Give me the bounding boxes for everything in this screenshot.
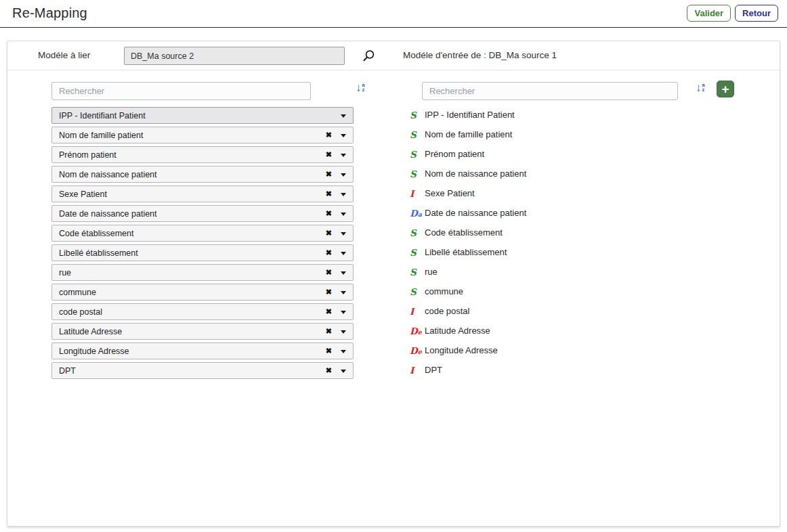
caret-down-icon[interactable] bbox=[341, 193, 346, 196]
mapped-field-select[interactable]: Latitude Adresse✖ bbox=[51, 323, 354, 340]
mapped-field-label: DPT bbox=[59, 366, 326, 376]
sort-letters: a z bbox=[362, 83, 365, 92]
clear-icon[interactable]: ✖ bbox=[326, 171, 332, 178]
caret-down-icon[interactable] bbox=[341, 114, 346, 118]
clear-icon[interactable]: ✖ bbox=[326, 131, 332, 139]
caret-down-icon[interactable] bbox=[341, 134, 346, 137]
remapping-panel: Modéle à lier Modéle d'entrée de : DB_Ma… bbox=[7, 41, 780, 527]
source-field-item[interactable]: SNom de naissance patient bbox=[410, 165, 762, 182]
source-fields-list: SIPP - Identifiant PatientSNom de famill… bbox=[410, 106, 762, 381]
mapping-body: ↓ a z ↓ a z + IPP - Identifiant PatientN… bbox=[7, 70, 780, 527]
source-field-item[interactable]: SNom de famille patient bbox=[410, 126, 762, 143]
caret-down-icon[interactable] bbox=[341, 252, 346, 255]
magnifier-icon[interactable] bbox=[361, 49, 376, 64]
clear-icon[interactable]: ✖ bbox=[326, 249, 332, 257]
source-field-label: Prénom patient bbox=[425, 149, 484, 159]
mapped-field-select[interactable]: Longitude Adresse✖ bbox=[51, 342, 354, 359]
sort-alpha-down-icon[interactable]: ↓ a z bbox=[696, 81, 705, 95]
caret-down-icon[interactable] bbox=[341, 330, 346, 334]
mapped-field-select[interactable]: Nom de famille patient✖ bbox=[51, 127, 354, 143]
mapped-field-select[interactable]: Libellé établissement✖ bbox=[51, 244, 354, 261]
caret-down-icon[interactable] bbox=[341, 232, 346, 236]
source-field-label: Nom de famille patient bbox=[425, 129, 512, 139]
caret-down-icon[interactable] bbox=[341, 370, 346, 373]
field-type-icon: S bbox=[410, 129, 425, 140]
source-field-label: Code établissement bbox=[425, 227, 503, 238]
source-field-item[interactable]: Icode postal bbox=[410, 303, 762, 319]
mapped-field-select[interactable]: rue✖ bbox=[51, 264, 354, 281]
source-field-item[interactable]: IDPT bbox=[410, 361, 762, 378]
mapped-field-label: IPP - Identifiant Patient bbox=[59, 111, 341, 120]
clear-icon[interactable]: ✖ bbox=[326, 210, 332, 217]
caret-down-icon[interactable] bbox=[341, 173, 346, 177]
clear-icon[interactable]: ✖ bbox=[326, 328, 332, 335]
caret-down-icon[interactable] bbox=[341, 350, 346, 353]
mapped-field-select[interactable]: Code établissement✖ bbox=[51, 225, 354, 242]
add-field-button[interactable]: + bbox=[717, 81, 734, 97]
source-field-item[interactable]: DeLatitude Adresse bbox=[410, 322, 762, 339]
caret-down-icon[interactable] bbox=[341, 154, 346, 157]
source-field-label: rue bbox=[425, 267, 438, 277]
mapped-field-select[interactable]: Nom de naissance patient✖ bbox=[51, 166, 354, 183]
mapped-field-select[interactable]: code postal✖ bbox=[51, 303, 354, 320]
mapped-field-select[interactable]: Prénom patient✖ bbox=[51, 146, 354, 163]
field-type-icon: De bbox=[410, 326, 425, 336]
source-field-label: DPT bbox=[425, 365, 442, 375]
source-field-item[interactable]: DaDate de naissance patient bbox=[410, 204, 762, 221]
field-type-icon: I bbox=[410, 188, 425, 199]
source-field-label: code postal bbox=[425, 306, 470, 316]
clear-icon[interactable]: ✖ bbox=[326, 308, 332, 315]
retour-button[interactable]: Retour bbox=[735, 5, 778, 22]
arrow-down-glyph: ↓ bbox=[356, 81, 362, 95]
source-field-item[interactable]: DeLongitude Adresse bbox=[410, 342, 762, 359]
clear-icon[interactable]: ✖ bbox=[326, 367, 332, 374]
clear-icon[interactable]: ✖ bbox=[326, 269, 332, 276]
mapped-field-label: Code établissement bbox=[59, 229, 326, 238]
source-field-label: IPP - Identifiant Patient bbox=[425, 110, 515, 120]
clear-icon[interactable]: ✖ bbox=[326, 229, 332, 237]
field-type-icon: I bbox=[410, 306, 425, 317]
field-type-icon: Da bbox=[410, 208, 425, 219]
mapped-fields-list: IPP - Identifiant PatientNom de famille … bbox=[51, 107, 354, 382]
source-field-label: Date de naissance patient bbox=[425, 208, 526, 218]
mapped-field-select[interactable]: DPT✖ bbox=[51, 362, 354, 379]
model-to-link-input[interactable] bbox=[124, 47, 345, 65]
mapped-field-label: Latitude Adresse bbox=[59, 327, 326, 336]
right-search-input[interactable] bbox=[422, 82, 678, 100]
clear-icon[interactable]: ✖ bbox=[326, 347, 332, 355]
field-type-icon: S bbox=[410, 149, 425, 160]
clear-icon[interactable]: ✖ bbox=[326, 288, 332, 296]
field-type-icon: S bbox=[410, 247, 425, 258]
caret-down-icon[interactable] bbox=[341, 213, 346, 216]
mapped-field-select[interactable]: Date de naissance patient✖ bbox=[51, 205, 354, 222]
mapped-field-label: Nom de naissance patient bbox=[59, 170, 326, 179]
left-search-input[interactable] bbox=[51, 82, 311, 100]
mapped-field-label: commune bbox=[59, 288, 326, 297]
source-field-item[interactable]: SIPP - Identifiant Patient bbox=[410, 106, 762, 123]
source-field-item[interactable]: Scommune bbox=[410, 283, 762, 300]
caret-down-icon[interactable] bbox=[341, 271, 346, 275]
input-model-label: Modéle d'entrée de : DB_Ma source 1 bbox=[403, 50, 557, 60]
mapped-field-select[interactable]: commune✖ bbox=[51, 284, 354, 301]
source-field-item[interactable]: ISexe Patient bbox=[410, 185, 762, 202]
caret-down-icon[interactable] bbox=[341, 311, 346, 314]
clear-icon[interactable]: ✖ bbox=[326, 151, 332, 158]
source-field-label: commune bbox=[425, 286, 463, 296]
source-field-item[interactable]: SLibellé établissement bbox=[410, 244, 762, 261]
valider-button[interactable]: Valider bbox=[687, 5, 731, 22]
plus-icon: + bbox=[721, 82, 729, 96]
source-field-label: Nom de naissance patient bbox=[425, 169, 526, 179]
source-field-item[interactable]: SPrénom patient bbox=[410, 146, 762, 162]
source-field-item[interactable]: Srue bbox=[410, 263, 762, 280]
mapped-field-select[interactable]: Sexe Patient✖ bbox=[51, 185, 354, 202]
source-field-item[interactable]: SCode établissement bbox=[410, 224, 762, 241]
caret-down-icon[interactable] bbox=[341, 291, 346, 294]
mapped-field-label: Longitude Adresse bbox=[59, 347, 326, 356]
mapped-field-select[interactable]: IPP - Identifiant Patient bbox=[51, 107, 354, 124]
mapped-field-label: Prénom patient bbox=[59, 150, 326, 160]
sort-alpha-down-icon[interactable]: ↓ a z bbox=[356, 81, 365, 95]
clear-icon[interactable]: ✖ bbox=[326, 190, 332, 198]
sort-letter-z: z bbox=[362, 87, 365, 92]
source-field-label: Latitude Adresse bbox=[425, 326, 490, 336]
mapped-field-label: Sexe Patient bbox=[59, 190, 326, 199]
